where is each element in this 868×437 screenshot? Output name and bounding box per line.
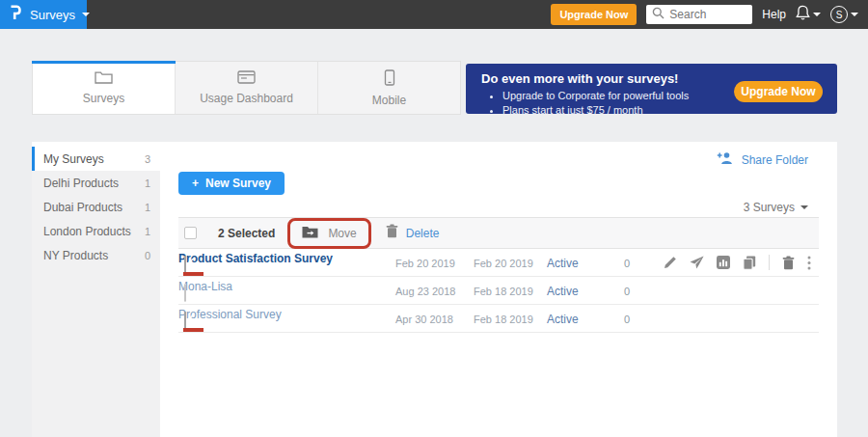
folder-sidebar: My Surveys 3 Delhi Products 1 Dubai Prod… [32, 147, 160, 437]
folder-label: NY Products [43, 249, 108, 262]
product-label: Surveys [30, 8, 75, 22]
row-actions [664, 249, 811, 276]
responses-count: 0 [624, 286, 630, 297]
folder-label: My Surveys [43, 152, 104, 166]
annotation-underline [183, 328, 203, 332]
folder-count: 1 [145, 202, 150, 213]
move-button[interactable] [302, 225, 318, 242]
sidebar-item-london-products[interactable]: London Products 1 [32, 219, 160, 243]
main-content: My Surveys 3 Delhi Products 1 Dubai Prod… [32, 142, 837, 437]
sidebar-item-ny-products[interactable]: NY Products 0 [32, 243, 160, 267]
delete-label: Delete [406, 227, 440, 240]
chevron-down-icon [851, 13, 858, 16]
trash-icon [386, 224, 398, 242]
delete-button[interactable]: Delete [386, 224, 440, 242]
delete-row-icon[interactable] [782, 256, 795, 270]
chevron-down-icon [813, 13, 821, 16]
topbar-right: Upgrade Now Help S [551, 4, 868, 25]
section-tabs: Surveys Usage Dashboard Mobile [32, 61, 461, 115]
divider [769, 255, 770, 270]
table-row: Professional Survey Apr 30 2018 Feb 18 2… [178, 305, 819, 333]
tab-label: Surveys [83, 92, 124, 105]
share-folder-label: Share Folder [742, 153, 808, 167]
upgrade-now-button[interactable]: Upgrade Now [551, 4, 637, 25]
search-box[interactable] [646, 5, 752, 24]
tab-usage-dashboard[interactable]: Usage Dashboard [176, 62, 318, 114]
bell-icon [796, 5, 810, 24]
survey-title-link[interactable]: Product Satisfaction Survey [178, 252, 333, 265]
surveys-count-label: 3 Surveys [744, 201, 795, 214]
row-checkbox[interactable] [184, 284, 186, 302]
banner-upgrade-button[interactable]: Upgrade Now [734, 81, 823, 102]
table-row: Product Satisfaction Survey Feb 20 2019 … [178, 249, 819, 277]
created-date: Apr 30 2018 [395, 314, 453, 325]
chevron-down-icon [800, 205, 808, 209]
folder-count: 1 [145, 226, 150, 237]
responses-count: 0 [624, 258, 630, 269]
search-input[interactable] [669, 8, 746, 21]
avatar: S [830, 6, 848, 23]
new-survey-button[interactable]: + New Survey [178, 172, 285, 195]
status-label: Active [547, 313, 579, 326]
share-folder-link[interactable]: Share Folder [717, 151, 808, 168]
folder-count: 3 [145, 153, 150, 165]
topbar: Surveys Upgrade Now Help S [0, 0, 868, 29]
surveys-table: 2 Selected Move Delete [178, 217, 819, 333]
modified-date: Feb 18 2019 [474, 314, 533, 325]
created-date: Aug 23 2018 [395, 286, 455, 297]
share-user-icon [717, 151, 734, 168]
select-all-checkbox[interactable] [184, 227, 197, 239]
modified-date: Feb 18 2019 [474, 286, 533, 297]
folder-count: 0 [145, 250, 150, 261]
folder-icon [95, 70, 113, 87]
responses-count: 0 [624, 314, 630, 325]
tab-label: Usage Dashboard [200, 92, 293, 105]
plus-icon: + [192, 177, 199, 190]
dashboard-icon [237, 70, 256, 87]
sidebar-item-my-surveys[interactable]: My Surveys 3 [32, 147, 160, 171]
folder-label: London Products [43, 225, 131, 238]
table-row: Mona-Lisa Aug 23 2018 Feb 18 2019 Active… [178, 277, 819, 305]
reports-icon[interactable] [717, 256, 730, 269]
survey-title-link[interactable]: Mona-Lisa [178, 280, 232, 293]
promo-banner: Do even more with your surveys! Upgrade … [466, 64, 837, 114]
surveys-count-dropdown[interactable]: 3 Surveys [744, 201, 808, 214]
tab-surveys[interactable]: Surveys [33, 62, 176, 114]
account-menu[interactable]: S [830, 6, 858, 23]
new-survey-label: New Survey [205, 177, 271, 190]
folder-label: Delhi Products [43, 177, 119, 190]
chevron-down-icon [82, 13, 90, 16]
folder-count: 1 [145, 178, 150, 189]
promo-bullet: Plans start at just $75 / month [502, 103, 837, 118]
move-label[interactable]: Move [328, 227, 356, 240]
selected-count-label: 2 Selected [218, 227, 275, 240]
app-screen: Surveys Upgrade Now Help S [0, 0, 868, 437]
status-label: Active [547, 285, 579, 298]
annotation-box-move: Move [287, 218, 370, 249]
status-label: Active [547, 257, 579, 270]
copy-icon[interactable] [743, 256, 756, 270]
notifications-menu[interactable] [796, 5, 821, 24]
send-icon[interactable] [690, 256, 704, 269]
created-date: Feb 20 2019 [395, 258, 455, 269]
modified-date: Feb 20 2019 [474, 258, 533, 269]
product-switcher[interactable]: Surveys [0, 0, 87, 29]
selection-toolbar: 2 Selected Move Delete [178, 217, 819, 249]
more-options-icon[interactable] [807, 256, 811, 270]
tab-label: Mobile [372, 94, 406, 107]
sidebar-item-dubai-products[interactable]: Dubai Products 1 [32, 195, 160, 219]
annotation-underline [183, 272, 203, 276]
mobile-icon [384, 69, 395, 89]
sidebar-item-delhi-products[interactable]: Delhi Products 1 [32, 171, 160, 195]
search-icon [652, 6, 665, 23]
tab-mobile[interactable]: Mobile [318, 62, 460, 114]
folder-label: Dubai Products [43, 201, 122, 214]
proprofs-logo-icon [10, 4, 23, 25]
help-link[interactable]: Help [762, 8, 786, 21]
edit-icon[interactable] [664, 256, 677, 269]
